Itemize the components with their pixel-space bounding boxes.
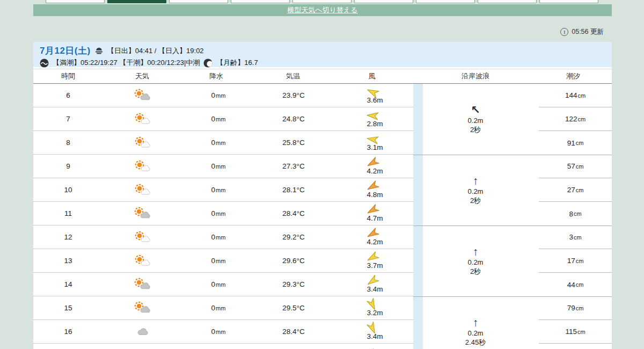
- weather-icon-sun-white-cloud: [103, 249, 181, 272]
- moon-age-text: 【月齢】16.7: [216, 58, 258, 68]
- weather-icon-sun-white-cloud: [103, 178, 181, 201]
- hour-value: 12: [33, 226, 103, 249]
- wind-direction-and-speed: 3.7m: [331, 249, 413, 272]
- temperature-value: 27.3°C: [256, 155, 331, 178]
- tide-level-value: 17cm: [539, 249, 612, 273]
- weather-icon-sun-gray-cloud: [103, 273, 181, 296]
- temperature-value: 28.1°C: [256, 178, 331, 201]
- sunrise-icon: [94, 46, 104, 55]
- wind-direction-and-speed: 3.4m: [331, 320, 413, 343]
- forecast-row: 12 0mm29.2°C 4.2m: [33, 226, 413, 249]
- wave-direction-arrow: ↑: [473, 317, 479, 328]
- temperature-value: 25.8°C: [256, 131, 331, 154]
- hour-value: 15: [33, 296, 103, 319]
- tide-level-value: 44cm: [539, 273, 612, 296]
- weather-icon-sun-white-cloud: [103, 107, 181, 130]
- hour-value: 11: [33, 202, 103, 225]
- wind-direction-and-speed: 3.2m: [331, 296, 413, 319]
- tide-level-value: 3cm: [539, 226, 612, 249]
- wind-direction-and-speed: 4.8m: [331, 178, 413, 201]
- nav-tab[interactable]: [478, 0, 537, 3]
- forecast-row: 16 0mm28.4°C 3.4m: [33, 320, 413, 344]
- weather-icon-sun-white-cloud: [103, 226, 181, 249]
- column-spacer-strip: [413, 84, 423, 349]
- wind-direction-and-speed: 3.1m: [331, 131, 413, 154]
- precipitation-value: 0mm: [181, 296, 256, 319]
- wave-period: 2.45秒: [465, 338, 486, 347]
- forecast-row: 8 0mm25.8°C 3.1m: [33, 131, 413, 155]
- coastal-wave-cell: ↑ 0.2m 2.45秒: [423, 296, 528, 349]
- wind-direction-and-speed: 2.8m: [331, 107, 413, 130]
- weather-icon-sun-white-cloud: [103, 155, 181, 178]
- wind-direction-and-speed: [331, 344, 413, 349]
- forecast-row: 6 0mm23.9°C 3.6m: [33, 84, 413, 107]
- wind-direction-and-speed: 3.6m: [331, 84, 413, 107]
- wave-direction-arrow: ↑: [473, 246, 479, 257]
- forecast-row: 7 0mm24.8°C 2.8m: [33, 107, 413, 131]
- wave-period: 2秒: [470, 126, 481, 134]
- column-header: 降水: [209, 69, 223, 83]
- temperature-value: 29.5°C: [256, 296, 331, 319]
- wind-direction-and-speed: 4.2m: [331, 226, 413, 249]
- weather-forecast-page: 横型天気へ切り替える ! 05:56 更新 7月12日(土) 【日出】04:41…: [0, 0, 644, 349]
- hour-value: 13: [33, 249, 103, 272]
- temperature-value: [256, 344, 331, 349]
- update-status: ! 05:56 更新: [560, 27, 604, 37]
- nav-tab[interactable]: [46, 0, 105, 3]
- forecast-row: [33, 344, 413, 349]
- weather-icon-sun-gray-cloud: [103, 84, 181, 107]
- precipitation-value: 0mm: [181, 84, 256, 107]
- date-title: 7月12日(土): [40, 45, 91, 57]
- hour-value: 14: [33, 273, 103, 296]
- tide-level-value: 115cm: [539, 320, 612, 344]
- nav-tab[interactable]: [416, 0, 475, 3]
- weather-icon-sun-gray-cloud: [103, 296, 181, 319]
- hour-value: 10: [33, 178, 103, 201]
- table-body: 6 0mm23.9°C 3.6m144cm7 0mm24.8°C 2.8m122…: [33, 84, 612, 349]
- nav-tab[interactable]: [169, 0, 228, 3]
- wind-direction-and-speed: 3.4m: [331, 273, 413, 296]
- forecast-row: 13 0mm29.6°C 3.7m: [33, 249, 413, 273]
- nav-tab[interactable]: [231, 0, 290, 3]
- precipitation-value: [181, 344, 256, 349]
- precipitation-value: 0mm: [181, 155, 256, 178]
- date-header: 7月12日(土) 【日出】04:41 / 【日入】19:02 【満潮】05:22…: [33, 42, 612, 67]
- precipitation-value: 0mm: [181, 273, 256, 296]
- precipitation-value: 0mm: [181, 226, 256, 249]
- column-header: 沿岸波浪: [462, 69, 489, 83]
- precipitation-value: 0mm: [181, 131, 256, 154]
- wind-direction-and-speed: 4.2m: [331, 155, 413, 178]
- column-header: 気温: [286, 69, 300, 83]
- precipitation-value: 0mm: [181, 249, 256, 272]
- temperature-value: 23.9°C: [256, 84, 331, 107]
- temperature-value: 28.4°C: [256, 320, 331, 343]
- wave-period: 2秒: [470, 267, 481, 276]
- info-icon: !: [560, 28, 568, 36]
- hour-value: [33, 344, 103, 349]
- temperature-value: 28.4°C: [256, 202, 331, 225]
- temperature-value: 24.8°C: [256, 107, 331, 130]
- forecast-row: 15 0mm29.5°C 3.2m: [33, 296, 413, 320]
- top-tabs: [46, 0, 598, 3]
- coastal-wave-cell: ↑ 0.2m 2秒: [423, 226, 528, 296]
- tide-level-value: 91cm: [539, 131, 612, 155]
- temperature-value: 29.2°C: [256, 226, 331, 249]
- nav-tab[interactable]: [539, 0, 598, 3]
- wind-direction-and-speed: 4.7m: [331, 202, 413, 225]
- update-time-label: 05:56 更新: [572, 27, 604, 37]
- wave-height: 0.2m: [468, 117, 484, 125]
- layout-switch-bar: 横型天気へ切り替える: [33, 4, 612, 16]
- tide-times-text: 【満潮】05:22/19:27 【干潮】00:20/12:23|中潮: [53, 58, 200, 68]
- forecast-table: 時間天気降水気温風沿岸波浪潮汐 6 0mm23.9°C 3.6m144cm7 0…: [33, 69, 612, 349]
- weather-icon-cloud: [103, 320, 181, 343]
- temperature-value: 29.3°C: [256, 273, 331, 296]
- column-header: 時間: [61, 69, 75, 83]
- tide-level-value: 144cm: [539, 84, 612, 107]
- wave-height: 0.2m: [468, 329, 484, 338]
- nav-tab[interactable]: [354, 0, 413, 3]
- table-header-row: 時間天気降水気温風沿岸波浪潮汐: [33, 69, 612, 84]
- switch-layout-link[interactable]: 横型天気へ切り替える: [287, 5, 357, 15]
- nav-tab[interactable]: [292, 0, 352, 3]
- wave-height: 0.2m: [468, 187, 484, 196]
- nav-tab[interactable]: [107, 0, 166, 3]
